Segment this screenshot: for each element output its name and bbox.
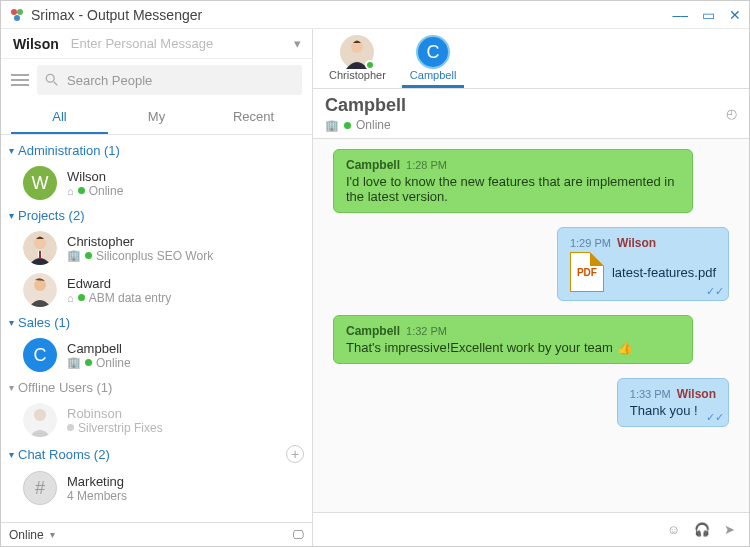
close-button[interactable]: ✕ <box>729 7 741 23</box>
avatar <box>23 403 57 437</box>
minimize-button[interactable]: –– <box>672 7 688 23</box>
room-name: Marketing <box>67 474 302 489</box>
current-user-row[interactable]: Wilson Enter Personal Message ▾ <box>1 29 313 59</box>
svg-line-4 <box>54 82 58 86</box>
svg-point-1 <box>17 9 23 15</box>
group-sales[interactable]: ▾Sales (1) <box>1 311 312 334</box>
avatar: C <box>416 35 450 69</box>
message-outgoing: 1:29 PMWilson PDF latest-features.pdf ✓✓ <box>333 227 729 301</box>
pdf-icon: PDF <box>570 252 604 292</box>
chat-tab-campbell[interactable]: C Campbell <box>402 33 464 88</box>
history-icon[interactable]: ◴ <box>726 106 737 121</box>
avatar <box>340 35 374 69</box>
person-name: Edward <box>67 276 302 291</box>
current-user-name: Wilson <box>13 36 59 52</box>
status-dot <box>344 122 351 129</box>
hamburger-menu-icon[interactable] <box>11 74 29 86</box>
chevron-down-icon: ▾ <box>9 382 14 393</box>
emoji-icon[interactable]: ☺ <box>667 522 680 537</box>
person-campbell[interactable]: C Campbell 🏢Online <box>1 334 312 376</box>
message-incoming: Campbell1:28 PM I'd love to know the new… <box>333 149 729 213</box>
device-icon[interactable]: 🖵 <box>292 528 304 542</box>
window-title: Srimax - Output Messenger <box>31 7 202 23</box>
group-offline[interactable]: ▾Offline Users (1) <box>1 376 312 399</box>
building-icon: 🏢 <box>67 356 81 369</box>
building-icon: 🏢 <box>67 249 81 262</box>
file-attachment[interactable]: PDF latest-features.pdf <box>570 252 716 292</box>
tab-all[interactable]: All <box>11 101 108 134</box>
group-administration[interactable]: ▾Administration (1) <box>1 139 312 162</box>
svg-point-12 <box>34 409 46 421</box>
status-dot <box>78 294 85 301</box>
chat-tab-christopher[interactable]: Christopher <box>321 33 394 88</box>
person-wilson[interactable]: W Wilson ⌂Online <box>1 162 312 204</box>
chevron-down-icon: ▾ <box>9 210 14 221</box>
message-incoming: Campbell1:32 PM That's impressive!Excell… <box>333 315 729 364</box>
sidebar-tabs: All My Recent <box>1 101 312 135</box>
svg-rect-8 <box>39 251 41 259</box>
svg-point-2 <box>14 15 20 21</box>
chevron-down-icon: ▾ <box>9 317 14 328</box>
tab-recent[interactable]: Recent <box>205 101 302 134</box>
svg-point-0 <box>11 9 17 15</box>
status-bar[interactable]: Online ▾ 🖵 <box>1 522 312 546</box>
search-icon <box>45 73 59 87</box>
chat-panel: Christopher C Campbell Campbell 🏢Online … <box>313 29 749 546</box>
message-outgoing: 1:33 PMWilson Thank you ! ✓✓ <box>333 378 729 427</box>
chat-footer: ☺ 🎧 ➤ <box>313 512 749 546</box>
status-dot <box>78 187 85 194</box>
add-chatroom-button[interactable]: + <box>286 445 304 463</box>
avatar <box>23 273 57 307</box>
search-input[interactable]: Search People <box>37 65 302 95</box>
chat-contact-name: Campbell <box>325 95 406 116</box>
status-dot <box>67 424 74 431</box>
person-edward[interactable]: Edward ⌂ABM data entry <box>1 269 312 311</box>
avatar: C <box>23 338 57 372</box>
person-name: Campbell <box>67 341 302 356</box>
headset-icon[interactable]: 🎧 <box>694 522 710 537</box>
person-robinson[interactable]: Robinson Silverstrip Fixes <box>1 399 312 441</box>
chat-tabs: Christopher C Campbell <box>313 29 749 89</box>
chat-messages: Campbell1:28 PM I'd love to know the new… <box>313 139 749 512</box>
device-icon: ⌂ <box>67 185 74 197</box>
read-receipt-icon: ✓✓ <box>706 411 724 424</box>
chevron-down-icon[interactable]: ▾ <box>294 36 301 51</box>
title-bar: Srimax - Output Messenger –– ▭ ✕ <box>1 1 749 29</box>
read-receipt-icon: ✓✓ <box>706 285 724 298</box>
sidebar: Wilson Enter Personal Message ▾ Search P… <box>1 29 313 546</box>
status-label: Online <box>9 528 44 542</box>
building-icon: 🏢 <box>325 119 339 132</box>
room-marketing[interactable]: # Marketing 4 Members <box>1 467 312 509</box>
person-name: Robinson <box>67 406 302 421</box>
chevron-down-icon: ▾ <box>9 449 14 460</box>
group-projects[interactable]: ▾Projects (2) <box>1 204 312 227</box>
chevron-down-icon: ▾ <box>50 529 55 540</box>
contact-list: ▾Administration (1) W Wilson ⌂Online ▾Pr… <box>1 135 312 522</box>
chevron-down-icon: ▾ <box>9 145 14 156</box>
avatar <box>23 231 57 265</box>
tab-my[interactable]: My <box>108 101 205 134</box>
person-name: Wilson <box>67 169 302 184</box>
home-icon: ⌂ <box>67 292 74 304</box>
status-dot <box>85 359 92 366</box>
maximize-button[interactable]: ▭ <box>702 7 715 23</box>
send-icon[interactable]: ➤ <box>724 522 735 537</box>
status-dot <box>85 252 92 259</box>
person-name: Christopher <box>67 234 302 249</box>
person-christopher[interactable]: Christopher 🏢Siliconplus SEO Work <box>1 227 312 269</box>
svg-point-3 <box>46 74 54 82</box>
app-logo-icon <box>9 7 25 23</box>
hash-icon: # <box>23 471 57 505</box>
avatar: W <box>23 166 57 200</box>
group-chatrooms[interactable]: ▾Chat Rooms (2)+ <box>1 441 312 467</box>
personal-message-input[interactable]: Enter Personal Message <box>71 36 294 51</box>
chat-header: Campbell 🏢Online ◴ <box>313 89 749 139</box>
